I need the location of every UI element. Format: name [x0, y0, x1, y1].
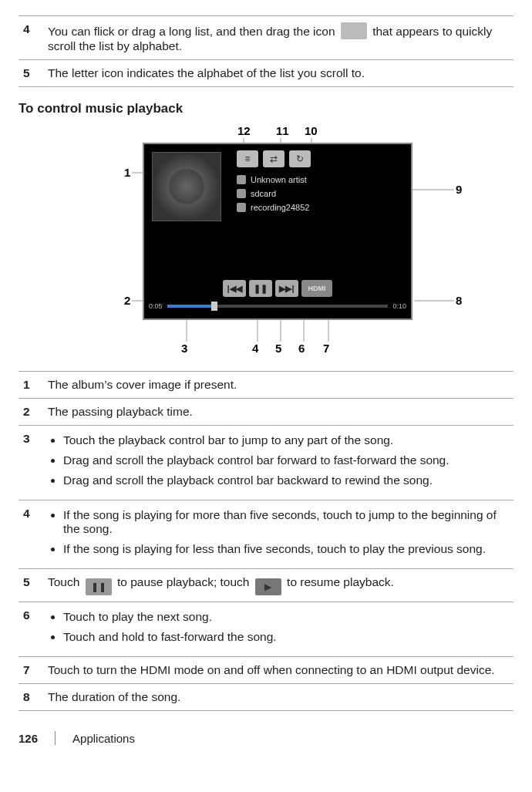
player-figure: 12 11 10 1 2 9 8 3 4 5 6 7 ≡ ⇄ ↻ Unknown…: [19, 124, 513, 363]
playback-controls: |◀◀ ❚❚ ▶▶| HDMI: [144, 278, 411, 298]
seek-track: [167, 305, 389, 308]
section-heading: To control music playback: [19, 101, 513, 116]
row-text: Touch the playback control bar to jump t…: [43, 426, 513, 500]
section-name: Applications: [72, 732, 135, 745]
callout-12: 12: [237, 124, 251, 137]
artist-row: Unknown artist: [237, 175, 307, 184]
album-cover: [152, 152, 221, 221]
row-number: 2: [19, 399, 43, 426]
table-row: 3 Touch the playback control bar to jump…: [19, 426, 513, 500]
step-number: 4: [19, 16, 43, 60]
legend-table: 1 The album’s cover image if present. 2 …: [19, 371, 513, 711]
table-row: 5 Touch ❚❚ to pause playback; touch ▶ to…: [19, 569, 513, 602]
queue-icon: ≡: [237, 150, 258, 167]
table-row: 4 You can flick or drag a long list, and…: [19, 16, 513, 60]
table-row: 4 If the song is playing for more than f…: [19, 500, 513, 569]
callout-8: 8: [456, 294, 462, 307]
row-text: Touch ❚❚ to pause playback; touch ▶ to r…: [43, 569, 513, 602]
pause-icon: ❚❚: [86, 578, 112, 595]
table-row: 5 The letter icon indicates the alphabet…: [19, 60, 513, 87]
row-number: 8: [19, 684, 43, 711]
next-icon: ▶▶|: [275, 280, 298, 297]
time-total: 0:10: [392, 302, 406, 310]
page-footer: 126 Applications: [19, 731, 513, 745]
table-row: 1 The album’s cover image if present.: [19, 372, 513, 399]
row-number: 3: [19, 426, 43, 500]
row-number: 4: [19, 500, 43, 569]
table-row: 7 Touch to turn the HDMI mode on and off…: [19, 657, 513, 684]
music-player-screenshot: ≡ ⇄ ↻ Unknown artist sdcard recording248…: [143, 143, 412, 320]
callout-2: 2: [124, 294, 130, 307]
seek-knob: [211, 302, 217, 311]
play-icon: ▶: [255, 578, 281, 595]
row-text: Touch to play the next song. Touch and h…: [43, 602, 513, 657]
shuffle-icon: ⇄: [263, 150, 285, 167]
row-number: 1: [19, 372, 43, 399]
step-text: You can flick or drag a long list, and t…: [43, 16, 513, 60]
callout-7: 7: [323, 342, 329, 355]
callout-11: 11: [276, 124, 289, 137]
step-number: 5: [19, 60, 43, 87]
pause-icon: ❚❚: [249, 280, 272, 297]
row-text: If the song is playing for more than fiv…: [43, 500, 513, 569]
previous-icon: |◀◀: [223, 280, 246, 297]
callout-5: 5: [275, 342, 281, 355]
row-number: 5: [19, 569, 43, 602]
callout-10: 10: [305, 124, 318, 137]
seek-fill: [167, 305, 211, 308]
row-text: The album’s cover image if present.: [43, 372, 513, 399]
progress-bar: 0:05 0:10: [149, 302, 406, 311]
callout-1: 1: [124, 166, 130, 179]
callout-4: 4: [252, 342, 258, 355]
callout-9: 9: [456, 183, 462, 196]
top-steps-table: 4 You can flick or drag a long list, and…: [19, 15, 513, 87]
table-row: 2 The passing playback time.: [19, 399, 513, 426]
row-number: 6: [19, 602, 43, 657]
row-text: The passing playback time.: [43, 399, 513, 426]
repeat-icon: ↻: [289, 150, 311, 167]
track-icon: [237, 203, 246, 212]
callout-6: 6: [298, 342, 305, 355]
row-text: The duration of the song.: [43, 684, 513, 711]
step-text: The letter icon indicates the alphabet o…: [43, 60, 513, 87]
album-row: sdcard: [237, 189, 276, 198]
scroll-handle-icon: [341, 22, 367, 39]
hdmi-button: HDMI: [301, 280, 332, 297]
album-icon: [237, 189, 246, 198]
page-number: 126: [19, 732, 38, 745]
time-elapsed: 0:05: [149, 302, 163, 310]
table-row: 8 The duration of the song.: [19, 684, 513, 711]
artist-icon: [237, 175, 246, 184]
top-buttons: ≡ ⇄ ↻: [237, 150, 311, 167]
callout-3: 3: [181, 342, 187, 355]
title-row: recording24852: [237, 203, 309, 212]
table-row: 6 Touch to play the next song. Touch and…: [19, 602, 513, 657]
footer-separator: [55, 731, 56, 745]
row-number: 7: [19, 657, 43, 684]
row-text: Touch to turn the HDMI mode on and off w…: [43, 657, 513, 684]
